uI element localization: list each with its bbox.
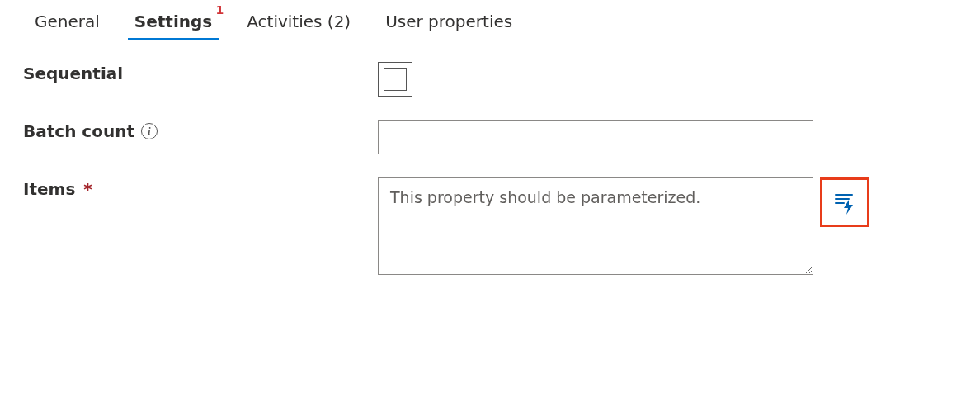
tab-user-properties[interactable]: User properties [374, 8, 524, 40]
tab-activities[interactable]: Activities (2) [235, 8, 362, 40]
settings-form: Sequential Batch count i Items * [23, 40, 957, 275]
tab-settings-label: Settings [134, 12, 212, 31]
batch-count-label: Batch count i [23, 120, 378, 141]
tab-general[interactable]: General [23, 8, 111, 40]
tab-settings[interactable]: Settings 1 [123, 8, 224, 40]
tab-bar: General Settings 1 Activities (2) User p… [23, 5, 957, 40]
items-label: Items * [23, 177, 378, 199]
batch-count-input[interactable] [378, 120, 813, 154]
info-icon[interactable]: i [141, 123, 158, 139]
items-field-wrap [378, 177, 869, 275]
checkbox-inner-square [384, 68, 407, 91]
row-batch-count: Batch count i [23, 120, 957, 154]
dynamic-content-button[interactable] [820, 177, 869, 227]
required-asterisk: * [83, 179, 92, 199]
items-textarea[interactable] [378, 177, 813, 275]
tab-settings-badge: 1 [215, 3, 224, 17]
row-sequential: Sequential [23, 62, 957, 97]
sequential-label: Sequential [23, 62, 378, 83]
dynamic-content-icon [832, 190, 857, 215]
row-items: Items * [23, 177, 957, 275]
sequential-checkbox[interactable] [378, 62, 412, 97]
